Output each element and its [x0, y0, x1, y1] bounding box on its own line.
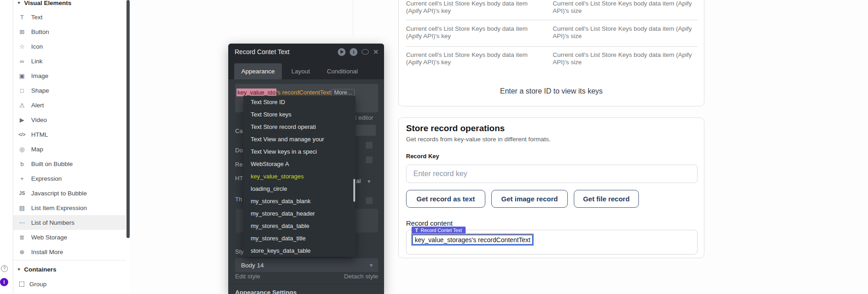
sidebar-item-expression[interactable]: +Expression — [13, 171, 126, 186]
dropdown-scrollbar[interactable] — [353, 179, 355, 202]
issue-badge[interactable]: I — [0, 278, 8, 286]
group-icon — [19, 282, 24, 287]
comment-icon[interactable] — [362, 49, 369, 55]
covered-field-label-partial: Re — [235, 161, 243, 168]
record-key-input[interactable] — [406, 165, 698, 183]
size-cell[interactable]: Current cell's List Store Keys body data… — [553, 0, 698, 15]
sidebar-item-image[interactable]: ▣Image — [13, 68, 126, 83]
page-edge-line — [353, 0, 353, 36]
tab-conditional[interactable]: Conditional — [319, 63, 365, 79]
help-icon[interactable]: ? — [1, 265, 8, 272]
covered-control[interactable] — [353, 125, 376, 136]
get-record-as-text-button[interactable]: Get record as text — [406, 190, 485, 208]
sidebar-item-label: Button — [31, 28, 49, 35]
sidebar-item-built-on-bubble[interactable]: bBuilt on Bubble — [13, 156, 126, 171]
key-cell[interactable]: Current cell's List Store Keys body data… — [406, 51, 544, 66]
sidebar-scrollbar[interactable] — [126, 0, 130, 238]
sidebar-item-web-storage[interactable]: ≣Web Storage — [13, 230, 126, 244]
dropdown-option-text-store-keys[interactable]: Text Store keys — [243, 108, 356, 121]
element-palette-sidebar: ▾Visual ElementsTText⊞Button☆Icon∞Link▣I… — [0, 0, 130, 294]
dropdown-option-my-stores-data-header[interactable]: my_stores_data_header — [243, 207, 356, 220]
sidebar-item-install-more[interactable]: ⊕Install More — [13, 244, 126, 259]
sidebar-item-label: Map — [31, 146, 43, 153]
sidebar-section-containers[interactable]: ▾Containers — [13, 262, 126, 277]
dropdown-option-key-value-storages[interactable]: key_value_storages — [243, 170, 356, 183]
close-icon[interactable]: ✕ — [373, 48, 379, 55]
sidebar-item-text[interactable]: TText — [13, 10, 126, 24]
sidebar-item-label: Text — [31, 14, 43, 21]
sidebar-item-label: List of Numbers — [31, 219, 75, 226]
chevron-down-icon: ▼ — [367, 179, 371, 184]
dropdown-option-webstorage-a[interactable]: WebStorage A — [243, 158, 356, 170]
get-file-record-button[interactable]: Get file record — [574, 190, 639, 208]
sidebar-item-map[interactable]: ◎Map — [13, 142, 126, 156]
row-divider — [406, 20, 698, 20]
covered-select-partial[interactable]: al▼ — [356, 178, 371, 184]
info-icon[interactable]: i — [350, 48, 357, 56]
property-editor-title: Record Contet Text — [235, 48, 334, 55]
dropdown-option-store-keys-data-table[interactable]: store_keys_data_table — [243, 244, 356, 257]
sidebar-item-icon[interactable]: ☆Icon — [13, 39, 126, 54]
checkbox[interactable] — [366, 156, 373, 163]
list-of-numbers-icon: ⋯ — [18, 219, 26, 226]
sidebar-section-label: Visual Elements — [24, 0, 71, 6]
dropdown-option-text-store-id[interactable]: Text Store ID — [243, 96, 356, 108]
sidebar-item-label: Video — [31, 116, 47, 123]
store-ops-subtitle: Get records from key-value store in diff… — [406, 136, 551, 143]
sidebar-item-label: Install More — [31, 249, 63, 255]
sidebar-item-list-of-numbers[interactable]: ⋯List of Numbers — [13, 215, 126, 230]
dropdown-option-text-view-keys-in-a-speci[interactable]: Text View keys in a speci — [243, 145, 356, 158]
detach-style-link[interactable]: Detach style — [344, 273, 378, 280]
expression-more-button[interactable]: More... — [331, 89, 355, 96]
preview-run-icon[interactable] — [338, 48, 346, 56]
sidebar-section-label: Containers — [24, 266, 57, 273]
size-cell[interactable]: Current cell's List Store Keys body data… — [553, 51, 698, 66]
sidebar-item-html[interactable]: </>HTML — [13, 127, 126, 142]
selected-element-badge-label: Record Contet Text — [421, 227, 462, 233]
tab-appearance[interactable]: Appearance — [234, 63, 282, 79]
sidebar-item-repeating-group[interactable]: Repeating Group — [13, 291, 126, 294]
sidebar-item-video[interactable]: ▶Video — [13, 112, 126, 127]
store-keys-table-card[interactable]: Current cell's List Store Keys body data… — [398, 0, 704, 106]
store-keys-empty-message[interactable]: Enter a store ID to view its keys — [399, 87, 704, 95]
selected-text-element[interactable]: key_value_storages's recordContentText — [412, 234, 533, 245]
key-cell[interactable]: Current cell's List Store Keys body data… — [406, 0, 544, 15]
checkbox[interactable] — [366, 197, 373, 204]
alert-icon: ⚠ — [18, 102, 26, 109]
expression-text[interactable]: 's recordContentText — [276, 89, 331, 96]
sidebar-item-shape[interactable]: □Shape — [13, 83, 126, 98]
sidebar-item-list-item-expression[interactable]: ▤List Item Expression — [13, 200, 126, 215]
property-editor-titlebar[interactable]: Record Contet Text i ✕ — [228, 44, 384, 60]
dropdown-option-text-store-record-operati[interactable]: Text Store record operati — [243, 121, 356, 133]
dropdown-option-text-view-and-manage-your[interactable]: Text View and manage your — [243, 133, 356, 145]
sidebar-item-link[interactable]: ∞Link — [13, 54, 126, 68]
sidebar-item-alert[interactable]: ⚠Alert — [13, 98, 126, 112]
dropdown-option-loading-circle[interactable]: loading_circle — [243, 183, 356, 195]
sidebar-item-label: HTML — [31, 131, 48, 138]
sidebar-item-javascript-to-bubble[interactable]: JSJavascript to Bubble — [13, 186, 126, 200]
sidebar-section-visual-elements[interactable]: ▾Visual Elements — [13, 0, 126, 8]
edit-style-link[interactable]: Edit style — [235, 273, 260, 280]
sidebar-item-group[interactable]: Group — [13, 277, 126, 291]
selected-element-badge: T Record Contet Text — [412, 227, 466, 234]
expression-selected-token[interactable]: key_value_sto — [236, 89, 276, 96]
style-select[interactable]: Body 14 ▼ — [235, 258, 378, 272]
checkbox[interactable] — [366, 142, 373, 149]
key-cell[interactable]: Current cell's List Store Keys body data… — [406, 25, 544, 40]
dropdown-option-my-stores-data-blank[interactable]: my_stores_data_blank — [243, 195, 356, 207]
record-key-label: Record Key — [406, 153, 439, 160]
tab-layout[interactable]: Layout — [282, 63, 319, 79]
sidebar-item-button[interactable]: ⊞Button — [13, 24, 126, 39]
size-cell[interactable]: Current cell's List Store Keys body data… — [553, 25, 698, 40]
list-item-expression-icon: ▤ — [18, 205, 26, 211]
sidebar-section-divider — [13, 260, 126, 261]
image-icon: ▣ — [18, 72, 26, 79]
record-buttons-row: Get record as textGet image recordGet fi… — [406, 190, 639, 208]
sidebar-item-label: Alert — [31, 102, 44, 109]
dropdown-option-my-stores-data-table[interactable]: my_stores_data_table — [243, 220, 356, 232]
chevron-down-icon: ▾ — [18, 267, 20, 272]
get-image-record-button[interactable]: Get image record — [491, 190, 568, 208]
covered-field-label-partial: HT — [235, 175, 243, 182]
dropdown-option-my-stores-data-title[interactable]: my_stores_data_title — [243, 232, 356, 244]
covered-field-label-partial: Th — [235, 196, 242, 203]
